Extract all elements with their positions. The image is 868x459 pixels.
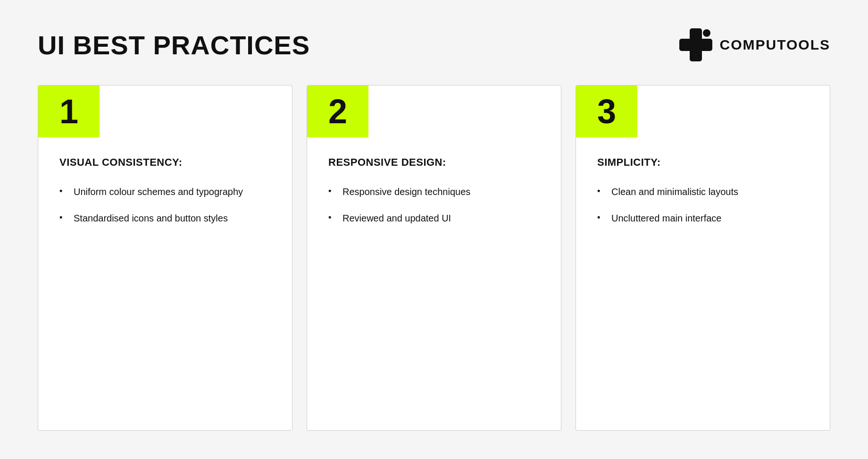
card-2-number-block: 2 <box>307 85 368 137</box>
card-2-number: 2 <box>328 92 347 131</box>
svg-rect-4 <box>690 39 702 51</box>
card-1-content: VISUAL CONSISTENCY:Uniform colour scheme… <box>38 137 292 430</box>
card-3-item-2: Uncluttered main interface <box>597 212 809 225</box>
card-2-list: Responsive design techniquesReviewed and… <box>328 185 540 225</box>
logo-text: COMPUTOOLS <box>720 37 830 53</box>
card-1-number: 1 <box>59 92 78 131</box>
card-1-heading: VISUAL CONSISTENCY: <box>59 156 271 169</box>
cards-container: 1VISUAL CONSISTENCY:Uniform colour schem… <box>38 85 830 431</box>
card-2-item-2: Reviewed and updated UI <box>328 212 540 225</box>
card-3: 3SIMPLICITY:Clean and minimalistic layou… <box>576 85 830 431</box>
card-1: 1VISUAL CONSISTENCY:Uniform colour schem… <box>38 85 292 431</box>
page-header: UI BEST PRACTICES COMPUTOOLS <box>38 28 830 61</box>
card-3-heading: SIMPLICITY: <box>597 156 809 169</box>
svg-point-5 <box>703 29 710 37</box>
card-2: 2RESPONSIVE DESIGN:Responsive design tec… <box>307 85 561 431</box>
card-3-number-block: 3 <box>576 85 637 137</box>
card-2-content: RESPONSIVE DESIGN:Responsive design tech… <box>307 137 561 430</box>
card-3-number: 3 <box>597 92 616 131</box>
card-1-item-1: Uniform colour schemes and typography <box>59 185 271 198</box>
card-1-number-block: 1 <box>38 85 100 137</box>
card-1-list: Uniform colour schemes and typographySta… <box>59 185 271 225</box>
card-3-list: Clean and minimalistic layoutsUncluttere… <box>597 185 809 225</box>
card-2-item-1: Responsive design techniques <box>328 185 540 198</box>
page-title: UI BEST PRACTICES <box>38 30 310 60</box>
logo-container: COMPUTOOLS <box>679 28 830 61</box>
card-3-content: SIMPLICITY:Clean and minimalistic layout… <box>576 137 830 430</box>
card-2-heading: RESPONSIVE DESIGN: <box>328 156 540 169</box>
computools-logo-icon <box>679 28 712 61</box>
card-1-item-2: Standardised icons and button styles <box>59 212 271 225</box>
card-3-item-1: Clean and minimalistic layouts <box>597 185 809 198</box>
